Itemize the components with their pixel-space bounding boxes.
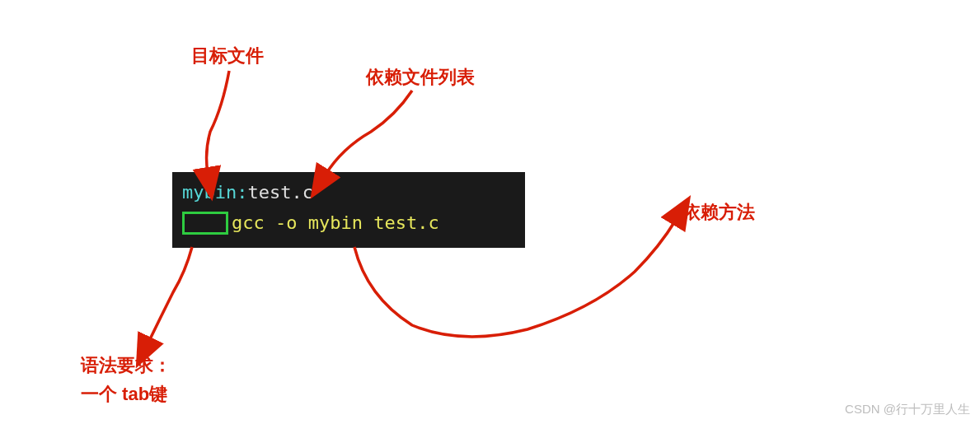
syntax-line1: 语法要求： [81,351,171,380]
arrow-dependency-list [326,91,412,175]
label-target-file: 目标文件 [191,41,264,70]
arrow-target-file [207,71,229,173]
watermark: CSDN @行十万里人生 [845,402,970,417]
arrow-syntax-requirement [148,247,192,342]
code-block: mybin:test.c gcc -o mybin test.c [172,172,525,248]
code-colon: : [237,179,247,206]
code-command: gcc -o mybin test.c [232,209,439,236]
syntax-line2: 一个 tab键 [81,380,171,408]
label-dependency-method: 依赖方法 [682,198,755,226]
tab-indicator-box [182,212,228,235]
code-dependency: test.c [247,179,312,206]
label-syntax-requirement: 语法要求： 一个 tab键 [81,351,171,408]
makefile-line-1: mybin:test.c [182,179,515,206]
label-dependency-list: 依赖文件列表 [366,63,475,91]
code-target: mybin [182,179,237,206]
makefile-line-2: gcc -o mybin test.c [182,209,515,236]
